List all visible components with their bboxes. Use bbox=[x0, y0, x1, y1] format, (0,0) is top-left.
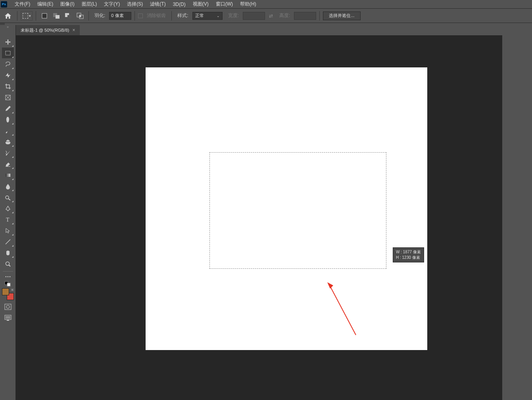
home-button[interactable] bbox=[2, 10, 14, 21]
menu-3d[interactable]: 3D(D) bbox=[169, 1, 189, 8]
move-tool[interactable] bbox=[2, 36, 14, 47]
zoom-tool[interactable] bbox=[2, 258, 14, 269]
canvas-area[interactable]: W : 1877 像素 H : 1230 像素 bbox=[16, 35, 502, 400]
svg-rect-12 bbox=[7, 117, 9, 118]
separator bbox=[88, 11, 89, 21]
document-tab[interactable]: 未标题-1 @ 50%(RGB/8) × bbox=[16, 25, 80, 35]
svg-rect-27 bbox=[5, 304, 11, 310]
height-label: 高度: bbox=[279, 12, 290, 19]
svg-point-22 bbox=[5, 276, 6, 278]
gradient-tool[interactable] bbox=[2, 170, 14, 180]
screen-mode-button[interactable] bbox=[4, 314, 12, 322]
close-icon[interactable]: × bbox=[72, 27, 75, 33]
menu-type[interactable]: 文字(Y) bbox=[100, 0, 123, 8]
dodge-tool[interactable] bbox=[2, 192, 14, 203]
tab-title: 未标题-1 @ 50%(RGB/8) bbox=[21, 27, 69, 33]
separator bbox=[17, 11, 17, 21]
style-label: 样式: bbox=[177, 12, 188, 19]
line-shape-tool[interactable] bbox=[2, 236, 14, 247]
svg-point-24 bbox=[9, 276, 10, 278]
brush-tool[interactable] bbox=[2, 125, 14, 136]
menu-help[interactable]: 帮助(H) bbox=[236, 0, 260, 8]
history-brush-tool[interactable] bbox=[2, 147, 14, 158]
marquee-icon bbox=[23, 13, 28, 19]
svg-rect-7 bbox=[79, 15, 81, 17]
chevron-down-icon: ⌄ bbox=[217, 14, 220, 18]
menu-layer[interactable]: 图层(L) bbox=[78, 0, 101, 8]
selection-new-button[interactable] bbox=[40, 11, 49, 20]
menu-edit[interactable]: 编辑(E) bbox=[34, 0, 57, 8]
lasso-tool[interactable] bbox=[2, 59, 14, 69]
svg-rect-30 bbox=[6, 316, 10, 319]
foreground-color[interactable] bbox=[2, 288, 9, 295]
blur-tool[interactable] bbox=[2, 181, 14, 191]
type-tool[interactable]: T bbox=[2, 214, 14, 225]
hand-tool[interactable] bbox=[2, 247, 14, 258]
menu-view[interactable]: 视图(V) bbox=[189, 0, 212, 8]
selection-intersect-button[interactable] bbox=[76, 11, 85, 20]
select-and-mask-button[interactable]: 选择并遮住... bbox=[323, 11, 360, 20]
eraser-tool[interactable] bbox=[2, 159, 14, 169]
svg-rect-4 bbox=[67, 15, 71, 19]
selection-marquee bbox=[209, 152, 386, 269]
right-panel-area bbox=[502, 23, 532, 400]
svg-rect-2 bbox=[56, 15, 60, 19]
feather-label: 羽化: bbox=[94, 12, 105, 19]
menu-filter[interactable]: 滤镜(T) bbox=[146, 0, 169, 8]
svg-rect-15 bbox=[6, 174, 10, 177]
panel-grip[interactable] bbox=[0, 25, 15, 29]
svg-line-32 bbox=[329, 285, 356, 335]
path-selection-tool[interactable] bbox=[2, 225, 14, 236]
separator bbox=[171, 11, 172, 21]
default-colors-button[interactable] bbox=[2, 281, 14, 287]
selection-subtract-button[interactable] bbox=[64, 11, 73, 20]
svg-rect-31 bbox=[7, 320, 9, 321]
color-swatch[interactable]: ⤭ bbox=[2, 288, 14, 300]
separator bbox=[319, 11, 320, 21]
eyedropper-tool[interactable] bbox=[2, 103, 14, 114]
svg-rect-0 bbox=[42, 13, 47, 18]
width-input bbox=[243, 12, 265, 20]
menu-bar: Ps 文件(F) 编辑(E) 图像(I) 图层(L) 文字(Y) 选择(S) 滤… bbox=[0, 0, 532, 9]
selection-size-tooltip: W : 1877 像素 H : 1230 像素 bbox=[393, 247, 424, 262]
annotation-arrow-icon bbox=[326, 281, 358, 337]
menu-select[interactable]: 选择(S) bbox=[123, 0, 146, 8]
frame-tool[interactable] bbox=[2, 92, 14, 103]
menu-file[interactable]: 文件(F) bbox=[11, 0, 34, 8]
svg-point-28 bbox=[6, 305, 10, 308]
spot-healing-tool[interactable] bbox=[2, 114, 14, 125]
style-dropdown[interactable]: 正常 ⌄ bbox=[192, 12, 223, 20]
menu-window[interactable]: 窗口(W) bbox=[212, 0, 236, 8]
style-value: 正常 bbox=[195, 13, 204, 19]
feather-input[interactable] bbox=[109, 12, 131, 20]
swap-wh-icon: ⇄ bbox=[269, 13, 273, 19]
pen-tool[interactable] bbox=[2, 203, 14, 214]
swap-colors-icon[interactable]: ⤭ bbox=[11, 288, 14, 292]
tool-preset-picker[interactable]: ▾ bbox=[21, 11, 33, 21]
svg-point-16 bbox=[6, 196, 9, 199]
edit-toolbar-button[interactable] bbox=[2, 273, 14, 280]
tooltip-width: W : 1877 像素 bbox=[396, 249, 421, 255]
svg-marker-33 bbox=[327, 282, 333, 289]
menu-image[interactable]: 图像(I) bbox=[57, 0, 78, 8]
svg-rect-26 bbox=[7, 283, 10, 286]
checkbox-icon bbox=[138, 13, 143, 18]
svg-point-23 bbox=[7, 276, 8, 278]
quick-mask-button[interactable] bbox=[4, 302, 12, 311]
options-bar: ▾ 羽化: 消除锯齿 样式: 正常 ⌄ 宽度: ⇄ 高度: 选择并遮住... bbox=[0, 9, 532, 23]
selection-add-button[interactable] bbox=[52, 11, 61, 20]
separator bbox=[134, 11, 135, 21]
tools-panel: T ⤭ bbox=[0, 25, 16, 400]
antialias-checkbox: 消除锯齿 bbox=[138, 12, 168, 19]
quick-selection-tool[interactable] bbox=[2, 70, 14, 80]
svg-line-17 bbox=[8, 199, 10, 200]
svg-rect-8 bbox=[6, 51, 10, 55]
svg-rect-13 bbox=[6, 118, 9, 119]
svg-line-19 bbox=[6, 239, 10, 244]
clone-stamp-tool[interactable] bbox=[2, 136, 14, 147]
document-canvas[interactable]: W : 1877 像素 H : 1230 像素 bbox=[146, 67, 427, 350]
tool-divider bbox=[3, 271, 13, 272]
antialias-label: 消除锯齿 bbox=[147, 12, 166, 19]
rectangular-marquee-tool[interactable] bbox=[2, 48, 14, 58]
crop-tool[interactable] bbox=[2, 81, 14, 92]
